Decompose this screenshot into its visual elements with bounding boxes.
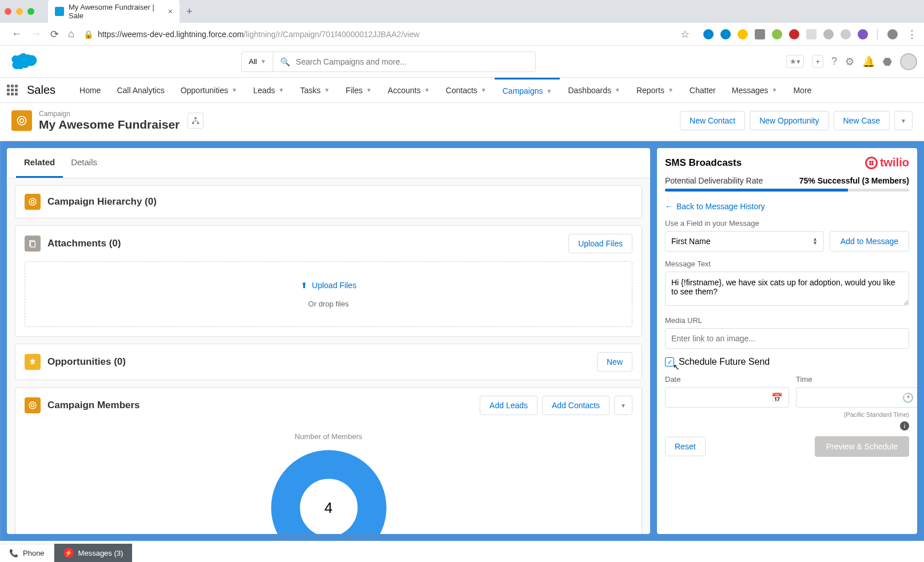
- main-column: Related Details Campaign Hierarchy (0) A…: [7, 148, 650, 534]
- add-leads-button[interactable]: Add Leads: [480, 396, 537, 415]
- opportunity-icon: [25, 354, 41, 370]
- new-opportunity-button[interactable]: New Opportunity: [750, 111, 829, 130]
- message-text-input[interactable]: [665, 272, 909, 306]
- new-contact-button[interactable]: New Contact: [680, 111, 745, 130]
- nav-item-files[interactable]: Files▼: [338, 78, 380, 102]
- menu-icon[interactable]: ⋮: [907, 28, 917, 41]
- nav-item-home[interactable]: Home: [71, 78, 109, 102]
- search-input[interactable]: [296, 57, 528, 66]
- ext-icon[interactable]: [823, 29, 834, 39]
- campaign-icon: [25, 397, 41, 413]
- notifications-icon[interactable]: 🔔: [862, 55, 875, 68]
- browser-tab[interactable]: My Awesome Fundraiser | Sale ×: [48, 0, 180, 25]
- record-actions: New ContactNew OpportunityNew Case▼: [680, 111, 913, 130]
- tab-related[interactable]: Related: [16, 148, 63, 178]
- nav-item-accounts[interactable]: Accounts▼: [380, 78, 438, 102]
- upload-files-link[interactable]: ⬆ Upload Files: [301, 281, 357, 290]
- tab-details[interactable]: Details: [63, 148, 105, 178]
- members-chart: Number of Members 4: [15, 423, 642, 534]
- schedule-label: Schedule Future Send: [679, 357, 770, 367]
- card-title: Campaign Hierarchy (0): [47, 196, 157, 208]
- new-case-button[interactable]: New Case: [834, 111, 890, 130]
- nav-item-leads[interactable]: Leads▼: [245, 78, 292, 102]
- app-icon[interactable]: ⬣: [883, 55, 892, 68]
- nav-item-tasks[interactable]: Tasks▼: [292, 78, 338, 102]
- file-dropzone[interactable]: ⬆ Upload Files Or drop files: [25, 261, 632, 327]
- deliverability-value: 75% Successful (3 Members): [799, 176, 909, 185]
- media-url-input[interactable]: [665, 328, 909, 349]
- new-opportunity-button[interactable]: New: [597, 352, 632, 372]
- utility-bar: 📞 Phone ⚡ Messages (3): [0, 544, 132, 562]
- add-icon[interactable]: +: [812, 55, 823, 68]
- help-icon[interactable]: ?: [831, 55, 837, 67]
- nav-item-chatter[interactable]: Chatter: [682, 78, 724, 102]
- setup-gear-icon[interactable]: ⚙: [845, 55, 854, 68]
- add-to-message-button[interactable]: Add to Message: [830, 231, 909, 252]
- nav-item-call-analytics[interactable]: Call Analytics: [109, 78, 172, 102]
- ext-icon[interactable]: [789, 29, 799, 39]
- close-tab-icon[interactable]: ×: [168, 7, 173, 16]
- ext-icon[interactable]: [806, 29, 817, 39]
- ext-icon[interactable]: [772, 29, 782, 39]
- search-scope-select[interactable]: All ▼: [241, 51, 273, 72]
- ext-icon[interactable]: [703, 29, 714, 39]
- nav-item-opportunities[interactable]: Opportunities▼: [173, 78, 245, 102]
- clock-icon: 🕐: [902, 392, 914, 403]
- actions-menu-button[interactable]: ▼: [894, 111, 913, 130]
- ext-icon[interactable]: [720, 29, 731, 39]
- date-input[interactable]: 📅: [665, 387, 789, 408]
- nav-item-contacts[interactable]: Contacts▼: [438, 78, 495, 102]
- field-selector-label: Use a Field in your Message: [665, 219, 909, 228]
- nav-item-reports[interactable]: Reports▼: [628, 78, 682, 102]
- nav-item-dashboards[interactable]: Dashboards▼: [560, 78, 628, 102]
- hierarchy-button[interactable]: [188, 113, 204, 129]
- mac-minimize-btn[interactable]: [16, 8, 23, 15]
- upload-files-button[interactable]: Upload Files: [568, 234, 632, 253]
- url-bar[interactable]: 🔒 https://weems-dev-ed.lightning.force.c…: [79, 27, 676, 41]
- back-button[interactable]: ←: [11, 28, 22, 40]
- nav-item-messages[interactable]: Messages▼: [724, 78, 786, 102]
- card-title: Campaign Members: [47, 400, 140, 411]
- mac-fullscreen-btn[interactable]: [27, 8, 34, 15]
- message-icon: ⚡: [63, 548, 74, 558]
- ext-icon[interactable]: [858, 29, 868, 39]
- media-url-label: Media URL: [665, 316, 909, 325]
- user-avatar[interactable]: [900, 53, 917, 70]
- star-icon[interactable]: ☆: [680, 28, 690, 41]
- nav-item-more[interactable]: More: [785, 78, 819, 102]
- ext-icon[interactable]: [841, 29, 851, 39]
- panel-title: SMS Broadcasts: [665, 157, 742, 169]
- svg-point-10: [29, 402, 36, 409]
- global-search-box[interactable]: 🔍: [273, 51, 536, 72]
- tab-title: My Awesome Fundraiser | Sale: [69, 3, 164, 20]
- field-select[interactable]: First Name ▲▼: [665, 231, 824, 252]
- time-label: Time: [796, 375, 917, 384]
- nav-item-campaigns[interactable]: Campaigns▼: [495, 78, 560, 102]
- salesforce-logo[interactable]: [7, 50, 39, 73]
- file-icon: [25, 236, 41, 252]
- svg-point-5: [29, 198, 36, 205]
- home-button[interactable]: ⌂: [68, 28, 74, 40]
- sms-broadcasts-panel: SMS Broadcasts twilio Potential Delivera…: [657, 148, 917, 534]
- refresh-button[interactable]: ⟳: [50, 28, 59, 41]
- utility-messages[interactable]: ⚡ Messages (3): [54, 544, 133, 562]
- info-icon[interactable]: i: [900, 421, 909, 431]
- members-menu-button[interactable]: ▼: [614, 396, 632, 415]
- time-input[interactable]: 🕐: [796, 387, 917, 408]
- url-host: https://weems-dev-ed.lightning.force.com: [98, 30, 244, 39]
- new-tab-button[interactable]: +: [186, 6, 193, 18]
- mac-close-btn[interactable]: [5, 8, 11, 15]
- add-contacts-button[interactable]: Add Contacts: [542, 396, 610, 415]
- record-header: Campaign My Awesome Fundraiser New Conta…: [0, 103, 924, 141]
- back-to-history-link[interactable]: ← Back to Message History: [665, 202, 909, 211]
- ext-icon[interactable]: [755, 29, 765, 39]
- ext-icon[interactable]: [738, 29, 748, 39]
- favorites-icon[interactable]: ★▾: [786, 55, 804, 68]
- utility-phone[interactable]: 📞 Phone: [0, 544, 54, 562]
- forward-button: →: [31, 28, 41, 40]
- profile-avatar[interactable]: [887, 29, 898, 39]
- app-launcher-icon[interactable]: [7, 85, 18, 95]
- upload-icon: ⬆: [301, 281, 308, 290]
- svg-point-1: [20, 119, 24, 123]
- reset-button[interactable]: Reset: [665, 437, 706, 456]
